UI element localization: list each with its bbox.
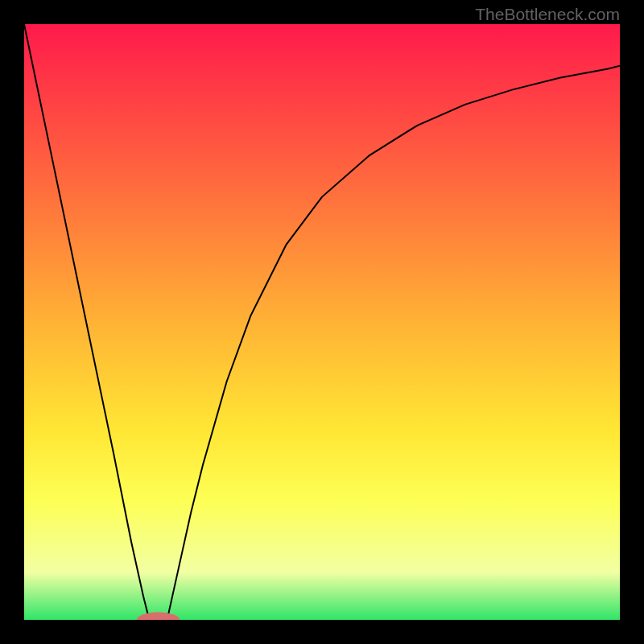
plot-area bbox=[24, 24, 620, 620]
chart-frame: TheBottleneck.com bbox=[0, 0, 644, 644]
watermark-text: TheBottleneck.com bbox=[475, 5, 620, 24]
chart-svg bbox=[24, 24, 620, 620]
gradient-background bbox=[24, 24, 620, 620]
